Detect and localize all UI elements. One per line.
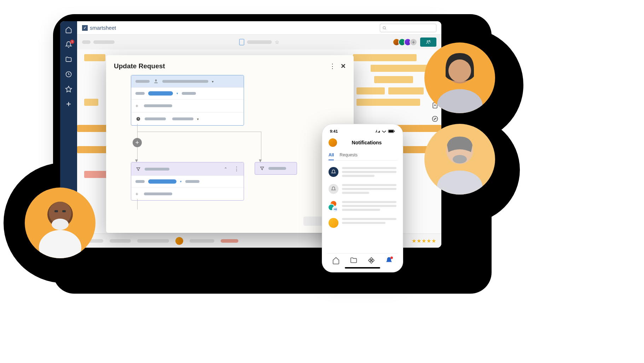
gantt-bar[interactable]: [356, 87, 385, 94]
logo[interactable]: ✓ smartsheet: [82, 25, 116, 31]
share-button[interactable]: [420, 38, 436, 47]
svg-rect-15: [62, 210, 66, 212]
bell-icon: [329, 184, 338, 194]
nav-apps-icon[interactable]: [367, 257, 375, 264]
document-title[interactable]: [247, 40, 272, 44]
footer-item[interactable]: [221, 239, 238, 243]
close-icon[interactable]: ✕: [341, 62, 346, 70]
svg-rect-8: [389, 130, 393, 132]
add-row-icon[interactable]: +: [135, 191, 140, 197]
persona-avatar: [424, 42, 495, 113]
card-label: [135, 80, 150, 83]
gantt-bar[interactable]: [353, 54, 417, 61]
notification-item[interactable]: +6: [327, 197, 398, 214]
add-node-button[interactable]: +: [133, 138, 142, 147]
filter-icon: [135, 166, 141, 172]
row-label: [145, 117, 166, 120]
row-label: [144, 104, 172, 107]
folder-icon[interactable]: [65, 56, 72, 63]
row-chip[interactable]: [148, 179, 176, 184]
svg-point-18: [448, 59, 471, 82]
svg-point-3: [429, 40, 430, 41]
toolbar-item[interactable]: [93, 40, 115, 44]
status-time: 9:41: [330, 129, 338, 133]
footer-item[interactable]: [190, 239, 214, 243]
upload-icon: [153, 79, 159, 84]
flow-connector: [261, 132, 261, 159]
notification-item[interactable]: [327, 180, 398, 197]
notification-list[interactable]: +6: [327, 161, 398, 253]
gantt-bar[interactable]: [356, 99, 420, 106]
update-request-modal: Update Request ⋮ ✕ ▾ ▾ +: [106, 55, 354, 233]
footer-avatar[interactable]: [175, 237, 183, 245]
brand-name: smartsheet: [90, 25, 116, 31]
notification-item[interactable]: [327, 163, 398, 180]
condition-card[interactable]: ⌃ ⋮ ▾ +: [131, 162, 244, 201]
topbar: ✓ smartsheet: [77, 21, 441, 35]
avatar-more[interactable]: +: [410, 38, 417, 46]
footer-item[interactable]: [137, 239, 169, 243]
gantt-bar[interactable]: [374, 76, 413, 83]
flow-connector: [137, 199, 138, 209]
search-input[interactable]: [380, 24, 436, 32]
bell-icon: [329, 167, 338, 177]
trigger-card[interactable]: ▾ ▾ + ▾: [131, 75, 244, 126]
gantt-bar[interactable]: [84, 54, 105, 61]
nav-bell-icon[interactable]: [385, 257, 393, 264]
svg-point-21: [453, 155, 467, 163]
document-icon: [239, 39, 244, 45]
svg-rect-9: [394, 131, 395, 132]
activity-icon[interactable]: [431, 115, 439, 122]
svg-point-2: [427, 41, 429, 42]
persona-avatar: [25, 188, 95, 258]
svg-point-1: [383, 27, 385, 29]
toolbar-item[interactable]: [82, 40, 91, 44]
gantt-bar[interactable]: [388, 87, 424, 94]
home-icon[interactable]: [65, 26, 72, 33]
avatar-icon: [329, 218, 338, 228]
phone-avatar[interactable]: [329, 138, 337, 147]
star-rating[interactable]: ★★★★★: [412, 238, 436, 244]
favorite-star-icon[interactable]: ☆: [275, 39, 279, 45]
bell-icon[interactable]: 3: [65, 41, 72, 48]
footer-item[interactable]: [110, 239, 131, 243]
flow-connector: [137, 132, 261, 132]
svg-point-13: [52, 219, 69, 230]
row-label: [182, 92, 196, 95]
row-label: [135, 180, 145, 183]
nav-home-icon[interactable]: [332, 257, 340, 264]
row-label: [172, 117, 193, 120]
condition-card-collapsed[interactable]: [255, 162, 297, 175]
home-indicator: [345, 267, 380, 269]
svg-rect-14: [54, 210, 58, 212]
status-bar: 9:41: [327, 128, 398, 135]
gantt-bar[interactable]: [84, 99, 98, 106]
modal-menu-icon[interactable]: ⋮: [329, 62, 336, 70]
filter-icon: [259, 166, 265, 171]
svg-point-11: [39, 230, 81, 258]
star-icon[interactable]: [65, 86, 72, 93]
phone-tabs: All Requests: [327, 150, 398, 161]
row-chip[interactable]: [148, 91, 173, 96]
notification-item[interactable]: [327, 214, 398, 231]
row-label: [185, 180, 199, 183]
card-label: [268, 167, 286, 170]
card-label: [162, 80, 208, 83]
plus-icon[interactable]: [65, 100, 72, 108]
modal-title: Update Request: [114, 62, 165, 70]
logo-mark-icon: ✓: [82, 25, 88, 31]
row-label: [144, 192, 172, 195]
chevron-up-icon[interactable]: ⌃: [224, 167, 227, 172]
cancel-button[interactable]: [303, 217, 325, 226]
tab-all[interactable]: All: [329, 150, 334, 160]
collaborator-avatars[interactable]: +: [395, 38, 417, 46]
persona-avatar: [424, 124, 495, 195]
card-menu-icon[interactable]: ⋮: [234, 166, 239, 172]
nav-folder-icon[interactable]: [350, 257, 358, 264]
toolbar: ☆ +: [77, 35, 441, 50]
add-row-icon[interactable]: +: [135, 103, 140, 109]
notification-badge: 3: [70, 40, 74, 44]
avatar-stack-icon: +6: [329, 201, 338, 211]
clock-icon[interactable]: [65, 71, 72, 78]
tab-requests[interactable]: Requests: [340, 150, 358, 160]
